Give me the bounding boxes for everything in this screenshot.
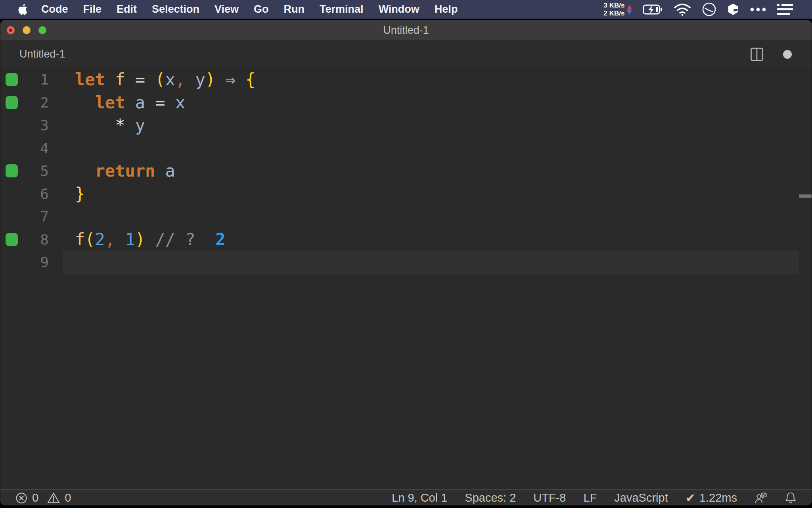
- vscode-window: Untitled-1 Untitled-1 1let f = (x, y) ⇒ …: [0, 20, 812, 506]
- token-var: x: [165, 70, 175, 89]
- gutter[interactable]: [0, 73, 23, 86]
- network-speed-indicator[interactable]: 3 KB/s 2 KB/s ▲ ▼: [604, 2, 632, 17]
- check-icon: ✔: [686, 491, 695, 505]
- status-item-label: 1.22ms: [699, 491, 737, 504]
- menu-item-view[interactable]: View: [207, 3, 246, 15]
- code-line-6[interactable]: 6}: [0, 183, 812, 206]
- token-var: y: [195, 70, 205, 89]
- status-bar-right: Ln 9, Col 1Spaces: 2UTF-8LFJavaScript✔1.…: [392, 491, 812, 505]
- token-pl: [125, 115, 135, 135]
- line-number: 6: [23, 186, 49, 202]
- code-text: f(2, 1) // ? 2: [75, 228, 225, 251]
- status-item-label: Spaces: 2: [465, 491, 516, 504]
- quokka-coverage-marker-icon: [6, 164, 18, 177]
- indent-guide: [75, 91, 75, 183]
- wifi-icon[interactable]: [674, 3, 691, 16]
- overview-ruler-cursor-mark: [799, 194, 812, 198]
- code-text: let a = x: [75, 91, 185, 114]
- token-fn: f: [115, 70, 125, 89]
- token-pl: [236, 70, 245, 89]
- token-var: a: [135, 93, 145, 112]
- status-bar: 0 0 Ln 9, Col 1Spaces: 2UTF-8LFJavaScrip…: [0, 489, 812, 506]
- status-item-quokka-perf[interactable]: ✔1.22ms: [686, 491, 737, 505]
- token-pl: [155, 161, 165, 181]
- line-number: 3: [23, 117, 49, 133]
- code-line-8[interactable]: 8f(2, 1) // ? 2: [0, 228, 812, 251]
- menu-item-help[interactable]: Help: [427, 3, 465, 15]
- gutter[interactable]: [0, 233, 23, 246]
- line-number: 9: [23, 254, 49, 270]
- code-text: }: [75, 183, 85, 206]
- menu-item-file[interactable]: File: [76, 3, 109, 15]
- menu-item-code[interactable]: Code: [34, 3, 76, 15]
- menu-item-window[interactable]: Window: [371, 3, 427, 15]
- code-line-5[interactable]: 5 return a: [0, 160, 812, 183]
- status-item-eol-sequence[interactable]: LF: [584, 491, 597, 504]
- code-line-4[interactable]: 4: [0, 137, 812, 160]
- list-icon[interactable]: [777, 4, 793, 15]
- window-title: Untitled-1: [0, 24, 812, 37]
- code-line-2[interactable]: 2 let a = x: [0, 91, 812, 114]
- scrollbar-edge: [799, 68, 799, 489]
- more-dots-icon[interactable]: [750, 8, 766, 12]
- token-var: y: [135, 115, 145, 135]
- token-pl: [175, 230, 185, 249]
- battery-charging-icon[interactable]: [643, 4, 663, 15]
- status-item-label: LF: [584, 491, 597, 504]
- upload-speed: 3 KB/s: [604, 2, 625, 10]
- problems-indicator[interactable]: 0 0: [0, 491, 71, 504]
- token-br: ): [135, 230, 145, 249]
- code-text: return a: [75, 160, 175, 183]
- token-pl: [105, 70, 115, 89]
- line-number: 8: [23, 231, 49, 248]
- status-item-cursor-position[interactable]: Ln 9, Col 1: [392, 491, 447, 504]
- menu-items: CodeFileEditSelectionViewGoRunTerminalWi…: [34, 3, 465, 15]
- download-speed: 2 KB/s: [604, 10, 625, 17]
- status-item-label: Ln 9, Col 1: [392, 491, 447, 504]
- errors-count: 0: [32, 491, 38, 504]
- errors-icon: [15, 492, 27, 504]
- code-line-9[interactable]: 9: [0, 251, 812, 274]
- token-br: ): [205, 70, 215, 89]
- feedback-icon[interactable]: [755, 492, 767, 504]
- gutter[interactable]: [0, 96, 23, 109]
- menu-item-edit[interactable]: Edit: [109, 3, 144, 15]
- code-line-1[interactable]: 1let f = (x, y) ⇒ {: [0, 68, 812, 91]
- code-editor[interactable]: 1let f = (x, y) ⇒ {2 let a = x3 * y45 re…: [0, 68, 812, 489]
- line-number: 4: [23, 140, 49, 156]
- code-line-3[interactable]: 3 * y: [0, 114, 812, 137]
- code-text: let f = (x, y) ⇒ {: [75, 68, 255, 91]
- token-var: x: [175, 93, 185, 112]
- token-kw: let: [75, 70, 105, 89]
- token-var: a: [165, 161, 175, 181]
- line-number: 5: [23, 163, 49, 179]
- editor-tab-bar: Untitled-1: [0, 40, 812, 68]
- menu-item-go[interactable]: Go: [246, 3, 276, 15]
- token-pl: [185, 70, 195, 89]
- notifications-bell-icon[interactable]: [785, 492, 797, 504]
- token-fn: f: [75, 230, 85, 249]
- code-line-7[interactable]: 7: [0, 205, 812, 228]
- gutter[interactable]: [0, 164, 23, 177]
- status-item-encoding[interactable]: UTF-8: [533, 491, 566, 504]
- quokka-coverage-marker-icon: [6, 96, 18, 109]
- line-number: 1: [23, 71, 49, 88]
- menu-item-terminal[interactable]: Terminal: [312, 3, 371, 15]
- split-editor-icon[interactable]: [751, 48, 763, 61]
- status-item-indentation[interactable]: Spaces: 2: [465, 491, 516, 504]
- apple-menu-icon[interactable]: [17, 4, 28, 15]
- window-title-bar[interactable]: Untitled-1: [0, 20, 812, 40]
- token-br: (: [85, 230, 95, 249]
- cube-icon[interactable]: [727, 3, 739, 15]
- status-item-language-mode[interactable]: JavaScript: [614, 491, 668, 504]
- tab-untitled[interactable]: Untitled-1: [19, 48, 65, 60]
- token-pl: [215, 70, 225, 89]
- menu-item-selection[interactable]: Selection: [144, 3, 207, 15]
- clock-icon[interactable]: [702, 2, 716, 16]
- token-val: 2: [215, 230, 225, 249]
- unsaved-changes-dot-icon[interactable]: [783, 50, 792, 59]
- token-cmt: //: [155, 230, 175, 249]
- menu-item-run[interactable]: Run: [276, 3, 312, 15]
- token-num: 2: [95, 230, 105, 249]
- token-cm: ,: [175, 70, 185, 89]
